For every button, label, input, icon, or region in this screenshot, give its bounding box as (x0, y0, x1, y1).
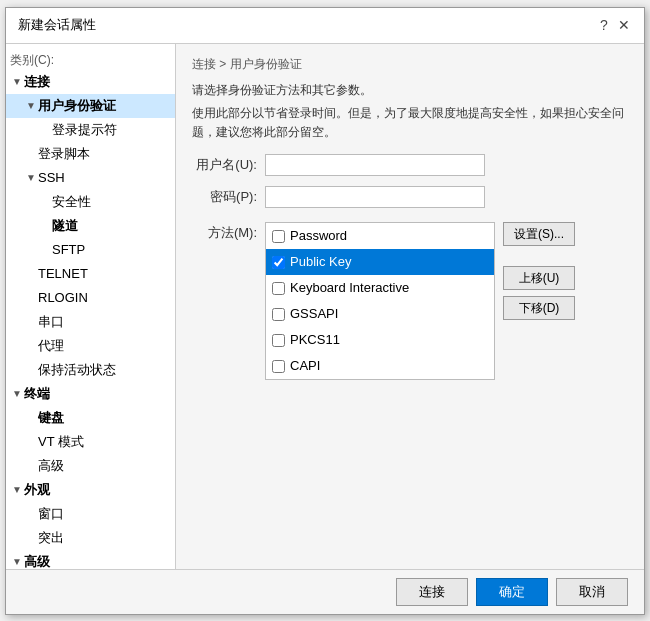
method-label-password: Password (290, 226, 347, 246)
tree-item-terminal[interactable]: ▼终端 (6, 382, 175, 406)
method-row: 方法(M): PasswordPublic KeyKeyboard Intera… (192, 222, 628, 380)
desc1: 请选择身份验证方法和其它参数。 使用此部分以节省登录时间。但是，为了最大限度地提… (192, 81, 628, 143)
username-row: 用户名(U): (192, 154, 628, 176)
method-label-gssapi: GSSAPI (290, 304, 338, 324)
help-button[interactable]: ? (596, 17, 612, 33)
method-list: PasswordPublic KeyKeyboard InteractiveGS… (265, 222, 495, 380)
method-item-pkcs11[interactable]: PKCS11 (266, 327, 494, 353)
title-controls: ? ✕ (596, 17, 632, 33)
method-item-capi[interactable]: CAPI (266, 353, 494, 379)
dialog-body: 类别(C): ▼连接▼用户身份验证登录提示符登录脚本▼SSH安全性隧道SFTPT… (6, 44, 644, 569)
close-button[interactable]: ✕ (616, 17, 632, 33)
tree-item-prompt[interactable]: 登录提示符 (6, 118, 175, 142)
right-panel: 连接 > 用户身份验证 请选择身份验证方法和其它参数。 使用此部分以节省登录时间… (176, 44, 644, 569)
method-checkbox-pkcs11[interactable] (272, 334, 285, 347)
username-input[interactable] (265, 154, 485, 176)
password-row: 密码(P): (192, 186, 628, 208)
tree-container: ▼连接▼用户身份验证登录提示符登录脚本▼SSH安全性隧道SFTPTELNETRL… (6, 70, 175, 569)
tree-item-advanced[interactable]: 高级 (6, 454, 175, 478)
tree-item-rlogin[interactable]: RLOGIN (6, 286, 175, 310)
method-item-keyboard[interactable]: Keyboard Interactive (266, 275, 494, 301)
ok-button[interactable]: 确定 (476, 578, 548, 606)
method-checkbox-publickey[interactable] (272, 256, 285, 269)
method-label: 方法(M): (192, 224, 257, 242)
tree-item-vt[interactable]: VT 模式 (6, 430, 175, 454)
tree-item-tunnel[interactable]: 隧道 (6, 214, 175, 238)
dialog: 新建会话属性 ? ✕ 类别(C): ▼连接▼用户身份验证登录提示符登录脚本▼SS… (5, 7, 645, 615)
tree-item-window[interactable]: 窗口 (6, 502, 175, 526)
settings-button[interactable]: 设置(S)... (503, 222, 575, 246)
dialog-footer: 连接 确定 取消 (6, 569, 644, 614)
tree-item-serial[interactable]: 串口 (6, 310, 175, 334)
tree-item-adv2[interactable]: ▼高级 (6, 550, 175, 569)
tree-item-security[interactable]: 安全性 (6, 190, 175, 214)
move-down-button[interactable]: 下移(D) (503, 296, 575, 320)
method-item-gssapi[interactable]: GSSAPI (266, 301, 494, 327)
tree-item-keyboard[interactable]: 键盘 (6, 406, 175, 430)
dialog-title: 新建会话属性 (18, 16, 96, 34)
move-up-button[interactable]: 上移(U) (503, 266, 575, 290)
tree-item-auth[interactable]: ▼用户身份验证 (6, 94, 175, 118)
method-label-capi: CAPI (290, 356, 320, 376)
cancel-button[interactable]: 取消 (556, 578, 628, 606)
method-label-publickey: Public Key (290, 252, 351, 272)
method-checkbox-capi[interactable] (272, 360, 285, 373)
tree-item-highlight[interactable]: 突出 (6, 526, 175, 550)
method-item-password[interactable]: Password (266, 223, 494, 249)
method-label-keyboard: Keyboard Interactive (290, 278, 409, 298)
tree-item-telnet[interactable]: TELNET (6, 262, 175, 286)
tree-item-sftp[interactable]: SFTP (6, 238, 175, 262)
method-checkbox-gssapi[interactable] (272, 308, 285, 321)
tree-item-conn[interactable]: ▼连接 (6, 70, 175, 94)
tree-item-appearance[interactable]: ▼外观 (6, 478, 175, 502)
method-item-publickey[interactable]: Public Key (266, 249, 494, 275)
tree-item-proxy[interactable]: 代理 (6, 334, 175, 358)
username-label: 用户名(U): (192, 156, 257, 174)
left-panel: 类别(C): ▼连接▼用户身份验证登录提示符登录脚本▼SSH安全性隧道SFTPT… (6, 44, 176, 569)
breadcrumb: 连接 > 用户身份验证 (192, 56, 628, 73)
tree-item-ssh[interactable]: ▼SSH (6, 166, 175, 190)
method-buttons: 设置(S)... 上移(U) 下移(D) (503, 222, 575, 320)
method-checkbox-password[interactable] (272, 230, 285, 243)
title-bar: 新建会话属性 ? ✕ (6, 8, 644, 44)
method-checkbox-keyboard[interactable] (272, 282, 285, 295)
category-label: 类别(C): (6, 50, 175, 70)
password-input[interactable] (265, 186, 485, 208)
connect-button[interactable]: 连接 (396, 578, 468, 606)
password-label: 密码(P): (192, 188, 257, 206)
method-list-container: PasswordPublic KeyKeyboard InteractiveGS… (265, 222, 575, 380)
tree-item-keepalive[interactable]: 保持活动状态 (6, 358, 175, 382)
tree-item-script[interactable]: 登录脚本 (6, 142, 175, 166)
method-label-pkcs11: PKCS11 (290, 330, 340, 350)
